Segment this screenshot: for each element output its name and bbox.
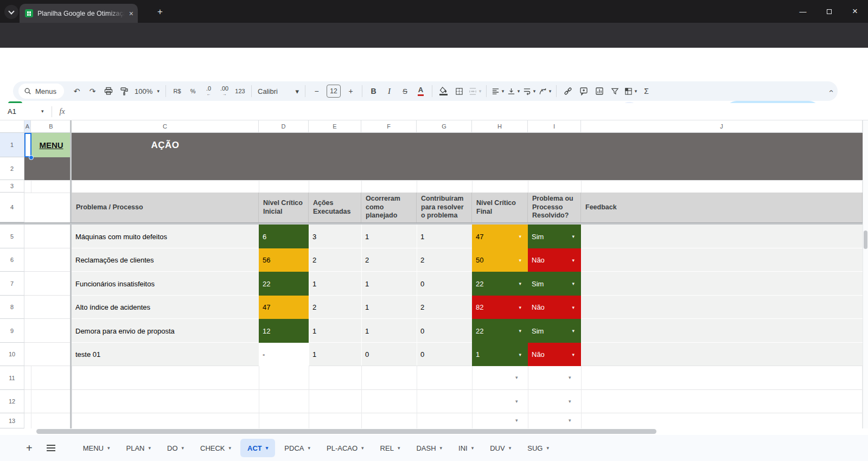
dropdown-arrow-icon[interactable]: ▾ [572,281,575,286]
cell-acoes[interactable]: 3 [309,225,361,248]
column-header-J[interactable]: J [581,120,863,133]
dropdown-arrow-icon[interactable]: ▾ [519,352,521,357]
column-header-B[interactable]: B [31,120,72,133]
dropdown-arrow-icon[interactable]: ▾ [569,399,571,404]
format-percent-button[interactable]: % [186,84,200,99]
italic-button[interactable]: I [382,84,397,99]
merge-cells-button[interactable]: ▾ [468,84,482,99]
cell-ocorreram[interactable]: 0 [361,343,417,366]
collapse-toolbar-icon[interactable]: › [827,90,835,93]
row-header-4[interactable]: 4 [0,193,24,222]
row-header-1[interactable]: 1 [0,133,24,157]
toolbar-search-button[interactable]: Menus [18,84,64,99]
dropdown-arrow-icon[interactable]: ▾ [572,328,575,334]
pivot-table-button[interactable]: ▾ [623,84,638,99]
dropdown-arrow-icon[interactable]: ▾ [519,305,521,310]
cell-nivel-inicial[interactable]: 47 [259,296,309,319]
cell-problema[interactable]: teste 01 [72,343,259,366]
cell-ocorreram[interactable]: 2 [361,248,417,272]
column-header-C[interactable]: C [72,120,259,133]
fill-handle[interactable] [29,155,34,160]
cell-contribuiram[interactable]: 0 [417,319,472,343]
sheet-tab-menu-icon[interactable]: ▾ [509,445,512,451]
formula-input[interactable] [65,103,868,120]
frozen-row-divider[interactable] [0,222,863,225]
sheet-tab-menu-icon[interactable]: ▾ [107,445,110,451]
text-color-button[interactable]: A [413,84,428,99]
row-header-2[interactable]: 2 [0,157,24,180]
column-header-I[interactable]: I [528,120,581,133]
text-wrap-button[interactable]: ▾ [522,84,537,99]
redo-button[interactable]: ↷ [85,84,100,99]
column-header-F[interactable]: F [361,120,417,133]
dropdown-arrow-icon[interactable]: ▾ [572,305,575,310]
cell-resolvido-dropdown[interactable]: Sim▾ [528,272,581,296]
vertical-align-button[interactable]: ▾ [506,84,521,99]
row-header-5[interactable]: 5 [0,225,24,248]
cell-acoes[interactable]: 2 [309,296,361,319]
row-header-7[interactable]: 7 [0,272,24,296]
sheet-tab-menu-icon[interactable]: ▾ [440,445,443,451]
dropdown-arrow-icon[interactable]: ▾ [572,352,575,357]
new-tab-button[interactable]: + [157,7,163,16]
insert-link-button[interactable] [560,84,575,99]
font-family-select[interactable]: Calibri ▾ [256,84,301,99]
cell-resolvido-dropdown[interactable]: Não▾ [528,248,581,272]
dropdown-arrow-icon[interactable]: ▾ [519,328,521,334]
sheet-tab-pdca[interactable]: PDCA▾ [277,439,317,457]
add-sheet-button[interactable]: + [26,442,33,454]
create-filter-button[interactable] [608,84,622,99]
cell-resolvido-dropdown[interactable]: Não▾ [528,296,581,319]
sheet-tab-menu[interactable]: MENU▾ [76,439,117,457]
cell-problema[interactable]: Máquinas com muito defeitos [72,225,259,248]
cell-nivel-final-dropdown[interactable]: 22▾ [472,319,528,343]
sheet-tab-check[interactable]: CHECK▾ [193,439,238,457]
tab-close-icon[interactable]: × [129,10,133,17]
horizontal-align-button[interactable]: ▾ [490,84,505,99]
row-header-13[interactable]: 13 [0,413,24,428]
cell-nivel-final-dropdown[interactable]: 47▾ [472,225,528,248]
sheet-tab-menu-icon[interactable]: ▾ [398,445,400,451]
sheet-tab-dash[interactable]: DASH▾ [409,439,449,457]
vertical-scrollbar-track[interactable] [863,120,868,428]
paint-format-button[interactable] [117,84,131,99]
bold-button[interactable]: B [366,84,381,99]
menu-link-cell[interactable]: MENU [31,133,72,157]
sheet-tab-pl-acao[interactable]: PL-ACAO▾ [320,439,371,457]
cell-contribuiram[interactable]: 0 [417,272,472,296]
format-currency-button[interactable]: R$ [170,84,184,99]
sheet-tab-act[interactable]: ACT▾ [240,439,275,457]
increase-decimal-button[interactable]: .00→ [217,84,232,99]
sheet-tab-menu-icon[interactable]: ▾ [148,445,151,451]
cell-acoes[interactable]: 2 [309,248,361,272]
sheet-tab-menu-icon[interactable]: ▾ [229,445,232,451]
insert-comment-button[interactable] [576,84,591,99]
tab-search-button[interactable] [4,5,18,19]
sheet-tab-sug[interactable]: SUG▾ [520,439,556,457]
cell-resolvido-dropdown[interactable]: Sim▾ [528,225,581,248]
sheet-tab-menu-icon[interactable]: ▾ [182,445,184,451]
all-sheets-icon[interactable] [47,445,55,451]
cell-problema[interactable]: Alto índice de acidentes [72,296,259,319]
increase-font-size-button[interactable]: + [343,84,358,99]
column-header-G[interactable]: G [417,120,472,133]
cell-nivel-inicial[interactable]: 6 [259,225,309,248]
cell-acoes[interactable]: 1 [309,319,361,343]
column-header-H[interactable]: H [472,120,528,133]
cell-nivel-inicial[interactable]: 12 [259,319,309,343]
strikethrough-button[interactable]: S [398,84,412,99]
sheet-tab-do[interactable]: DO▾ [160,439,191,457]
cell-nivel-final-dropdown[interactable]: 82▾ [472,296,528,319]
decrease-decimal-button[interactable]: .0← [201,84,216,99]
name-box-dropdown-icon[interactable]: ▾ [41,109,44,114]
fill-color-button[interactable] [436,84,451,99]
horizontal-scrollbar[interactable] [36,429,656,434]
browser-tab[interactable]: Planilha Google de Otimizaçã × [20,4,138,23]
dropdown-arrow-icon[interactable]: ▾ [519,281,521,286]
insert-chart-button[interactable] [592,84,607,99]
sheet-tab-duv[interactable]: DUV▾ [483,439,518,457]
cell-contribuiram[interactable]: 0 [417,343,472,366]
cell-problema[interactable]: Funcionários insatisfeitos [72,272,259,296]
cell-ocorreram[interactable]: 1 [361,319,417,343]
cell-nivel-inicial[interactable]: 22 [259,272,309,296]
